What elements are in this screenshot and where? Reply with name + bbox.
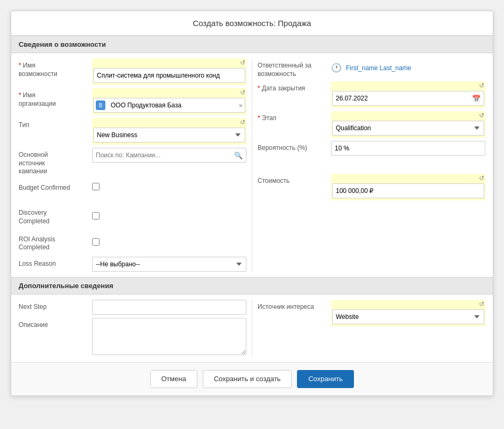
calendar-icon[interactable]: 📅 [472, 95, 481, 103]
type-wrapper: ↺ New Business Existing Business [92, 118, 246, 145]
lead-source-label: Источник интереса [258, 300, 327, 312]
campaign-source-wrapper: 🔍 [92, 148, 246, 163]
opportunity-name-wrapper: ↺ [92, 58, 246, 85]
org-clear-icon[interactable]: × [238, 102, 243, 110]
opportunity-name-row: Имявозможности ↺ [19, 58, 246, 85]
budget-confirmed-checkbox[interactable] [92, 183, 100, 190]
campaign-source-input[interactable] [92, 148, 246, 163]
opportunity-name-input[interactable] [93, 68, 245, 83]
loss-reason-wrapper: --Не выбрано-- [92, 257, 246, 272]
close-date-container: 📅 [332, 91, 484, 106]
modal-container: Создать возможность: Продажа Сведения о … [11, 11, 493, 396]
lead-source-row: Источник интереса ↺ Website Cold Call Em… [258, 300, 485, 326]
cancel-button[interactable]: Отмена [150, 370, 197, 388]
stage-wrapper: ↺ Qualification Prospecting Needs Analys… [331, 111, 485, 138]
roi-analysis-row: ROI AnalysisCompleted [19, 231, 246, 254]
responsible-value: 🕐 First_name Last_name [331, 58, 485, 73]
additional-info-header: Дополнительные сведения [11, 277, 493, 295]
main-right-col: Ответственный завозможность 🕐 First_name… [258, 58, 485, 272]
next-step-wrapper [92, 300, 246, 315]
description-label: Описание [19, 318, 88, 330]
next-step-label: Next Step [19, 300, 88, 312]
user-clock-icon: 🕐 [331, 63, 342, 73]
responsible-user-link[interactable]: First_name Last_name [346, 64, 411, 72]
lead-source-select[interactable]: Website Cold Call Email Employee Partner… [332, 309, 484, 324]
stage-row: Этап ↺ Qualification Prospecting Needs A… [258, 111, 485, 138]
lead-source-reset-icon[interactable]: ↺ [479, 301, 484, 307]
campaign-source-label: Основнойисточниккампании [19, 148, 88, 176]
additional-info-section: Дополнительные сведения Next Step Описан… [11, 277, 493, 362]
additional-info-body: Next Step Описание Исто [11, 295, 493, 362]
main-col-divider [252, 58, 252, 272]
main-left-col: Имявозможности ↺ Имяорганизации ↺ B [19, 58, 246, 272]
stage-select[interactable]: Qualification Prospecting Needs Analysis… [332, 121, 484, 136]
org-name-input[interactable] [108, 102, 236, 109]
next-step-row: Next Step [19, 300, 246, 315]
probability-label: Вероятность (%) [258, 141, 327, 153]
close-date-wrapper: ↺ 📅 [331, 81, 485, 108]
main-info-body: Имявозможности ↺ Имяорганизации ↺ B [11, 53, 493, 277]
lead-source-wrapper: ↺ Website Cold Call Email Employee Partn… [331, 300, 485, 326]
cost-input[interactable] [332, 183, 484, 198]
opportunity-name-reset-icon[interactable]: ↺ [240, 60, 245, 66]
campaign-source-row: Основнойисточниккампании 🔍 [19, 148, 246, 176]
campaign-search-icon: 🔍 [234, 152, 243, 159]
description-row: Описание [19, 318, 246, 357]
type-select[interactable]: New Business Existing Business [93, 128, 245, 142]
budget-confirmed-label: Budget Confirmed [19, 181, 88, 192]
close-date-input[interactable] [332, 91, 484, 106]
loss-reason-select[interactable]: --Не выбрано-- [92, 257, 246, 272]
probability-row: Вероятность (%) [258, 141, 485, 156]
cost-label: Стоимость [258, 174, 327, 186]
discovery-completed-label: DiscoveryCompleted [19, 206, 88, 225]
close-date-row: Дата закрытия ↺ 📅 [258, 81, 485, 108]
probability-wrapper [331, 141, 485, 156]
additional-col-divider [252, 300, 252, 357]
loss-reason-label: Loss Reason [19, 257, 88, 268]
additional-left-col: Next Step Описание [19, 300, 246, 357]
close-date-label: Дата закрытия [258, 81, 327, 93]
description-textarea[interactable] [92, 318, 246, 355]
org-icon: B [96, 100, 105, 110]
next-step-input[interactable] [92, 300, 246, 315]
close-date-reset-icon[interactable]: ↺ [479, 82, 484, 89]
responsible-row: Ответственный завозможность 🕐 First_name… [258, 58, 485, 78]
type-reset-icon[interactable]: ↺ [240, 119, 245, 125]
roi-analysis-checkbox[interactable] [92, 238, 100, 246]
type-row: Тип ↺ New Business Existing Business [19, 118, 246, 145]
save-button[interactable]: Сохранить [297, 370, 354, 388]
save-create-button[interactable]: Сохранить и создать [203, 370, 292, 388]
budget-confirmed-row: Budget Confirmed [19, 179, 246, 194]
cost-row: Стоимость ↺ [258, 174, 485, 200]
probability-input[interactable] [331, 141, 485, 156]
org-input-container[interactable]: B × [93, 98, 245, 113]
org-name-wrapper: ↺ B × [92, 88, 246, 115]
responsible-label: Ответственный завозможность [258, 58, 327, 78]
org-name-row: Имяорганизации ↺ B × [19, 88, 246, 115]
org-name-reset-icon[interactable]: ↺ [240, 89, 245, 96]
discovery-completed-row: DiscoveryCompleted [19, 204, 246, 227]
modal-footer: Отмена Сохранить и создать Сохранить [11, 362, 493, 396]
cost-wrapper: ↺ [331, 174, 485, 200]
type-label: Тип [19, 118, 88, 130]
main-info-section: Сведения о возможности Имявозможности ↺ … [11, 36, 493, 277]
stage-label: Этап [258, 111, 327, 123]
description-wrapper [92, 318, 246, 357]
campaign-search-container: 🔍 [92, 148, 246, 163]
org-name-label: Имяорганизации [19, 88, 88, 108]
opportunity-name-label: Имявозможности [19, 58, 88, 78]
discovery-completed-checkbox[interactable] [92, 212, 100, 220]
loss-reason-row: Loss Reason --Не выбрано-- [19, 257, 246, 272]
main-info-header: Сведения о возможности [11, 36, 493, 53]
modal-title: Создать возможность: Продажа [11, 11, 493, 36]
roi-analysis-label: ROI AnalysisCompleted [19, 232, 88, 252]
additional-right-col: Источник интереса ↺ Website Cold Call Em… [258, 300, 485, 357]
cost-reset-icon[interactable]: ↺ [479, 175, 484, 181]
stage-reset-icon[interactable]: ↺ [479, 112, 484, 119]
